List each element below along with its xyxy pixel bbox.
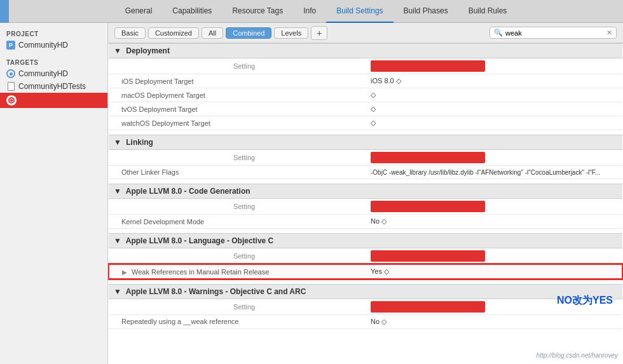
- tab-general[interactable]: General: [115, 0, 163, 23]
- tab-info[interactable]: Info: [293, 0, 326, 23]
- lang-red-bar: [371, 250, 485, 262]
- section-llvm-warnings-label: ▼ Apple LLVM 8.0 - Warnings - Objective …: [109, 284, 622, 299]
- ios-deployment-target-name: iOS Deployment Target: [109, 74, 366, 88]
- window-icon: [0, 0, 9, 23]
- weak-reference-warning-name: Repeatedly using a __weak reference: [109, 314, 366, 328]
- lang-setting-value: [366, 248, 622, 265]
- kernel-dev-mode-name: Kernel Development Mode: [109, 215, 366, 229]
- tvos-deployment-target-row[interactable]: tvOS Deployment Target ◇: [109, 102, 622, 116]
- llvm-warnings-triangle-icon: ▼: [114, 287, 121, 296]
- sidebar-item-communityhdtests[interactable]: CommunityHDTests: [0, 80, 107, 93]
- kernel-dev-mode-row[interactable]: Kernel Development Mode No ◇: [109, 215, 622, 229]
- project-section-label: PROJECT: [0, 28, 107, 39]
- project-icon: P: [6, 41, 15, 50]
- search-input[interactable]: [505, 29, 606, 37]
- tab-build-phases[interactable]: Build Phases: [394, 0, 458, 23]
- levels-button[interactable]: Levels: [274, 27, 308, 39]
- selected-item-dot: [10, 99, 13, 102]
- llvm-lang-triangle-icon: ▼: [114, 236, 121, 245]
- search-clear-button[interactable]: ✕: [606, 29, 612, 37]
- other-linker-flags-name: Other Linker Flags: [109, 166, 366, 179]
- linking-triangle-icon: ▼: [114, 138, 121, 147]
- deployment-setting-row: Setting: [109, 58, 622, 74]
- lang-setting-name: Setting: [109, 248, 366, 265]
- file-icon-shape: [8, 82, 15, 91]
- target-inner-circle: [10, 72, 13, 76]
- deployment-triangle-icon: ▼: [114, 46, 121, 55]
- search-box: 🔍 ✕: [489, 27, 617, 39]
- annotation-text: NO改为YES: [557, 294, 613, 307]
- top-nav: General Capabilities Resource Tags Info …: [0, 0, 623, 23]
- selected-item-inner-circle: [8, 97, 15, 104]
- deployment-red-bar: [371, 60, 485, 72]
- project-item-label: CommunityHD: [18, 41, 68, 50]
- app-container: General Capabilities Resource Tags Info …: [0, 0, 623, 364]
- weak-refs-expand-icon: ▶: [122, 269, 127, 276]
- linking-red-bar: [371, 152, 485, 163]
- selected-item-icon: [6, 95, 17, 105]
- deployment-setting-name: Setting: [109, 58, 366, 74]
- add-setting-button[interactable]: +: [311, 26, 327, 40]
- watermark-text: http://blog.csdn.net/hanrovey: [537, 352, 618, 359]
- weak-refs-value: Yes ◇: [366, 264, 622, 279]
- other-linker-flags-value: -ObjC -weak_library /usr/lib/libz.dylib …: [366, 166, 622, 179]
- settings-table: ▼ Deployment Setting: [108, 43, 623, 329]
- weak-refs-name: ▶ Weak References in Manual Retain Relea…: [109, 264, 366, 279]
- weak-reference-warning-value: No ◇: [366, 314, 622, 328]
- spacer-3: [109, 229, 622, 234]
- codegen-setting-value: [366, 199, 622, 215]
- section-deployment-label: ▼ Deployment: [109, 44, 622, 58]
- sidebar: PROJECT P CommunityHD TARGETS CommunityH…: [0, 23, 108, 364]
- linking-setting-value: [366, 150, 622, 166]
- macos-deployment-target-row[interactable]: macOS Deployment Target ◇: [109, 88, 622, 102]
- content-area: Basic Customized All Combined Levels + 🔍…: [108, 23, 623, 364]
- section-linking-label: ▼ Linking: [109, 135, 622, 150]
- main-area: PROJECT P CommunityHD TARGETS CommunityH…: [0, 23, 623, 364]
- search-icon: 🔍: [494, 29, 503, 37]
- section-deployment-header: ▼ Deployment: [109, 44, 622, 58]
- section-llvm-codegen-header: ▼ Apple LLVM 8.0 - Code Generation: [109, 184, 622, 199]
- tab-build-settings[interactable]: Build Settings: [326, 0, 393, 23]
- linking-setting-name: Setting: [109, 150, 366, 166]
- kernel-dev-mode-value: No ◇: [366, 215, 622, 229]
- llvm-codegen-triangle-icon: ▼: [114, 187, 121, 196]
- sidebar-item-selected-red[interactable]: [0, 93, 107, 108]
- combined-button[interactable]: Combined: [226, 27, 271, 39]
- basic-button[interactable]: Basic: [114, 27, 146, 39]
- watchos-deployment-target-row[interactable]: watchOS Deployment Target ◇: [109, 116, 622, 130]
- weak-reference-warning-row[interactable]: Repeatedly using a __weak reference No ◇: [109, 314, 622, 328]
- customized-button[interactable]: Customized: [148, 27, 199, 39]
- tab-resource-tags[interactable]: Resource Tags: [222, 0, 293, 23]
- target-circle-icon: [6, 69, 15, 78]
- tab-capabilities[interactable]: Capabilities: [162, 0, 222, 23]
- codegen-setting-row: Setting: [109, 199, 622, 215]
- ios-deployment-target-row[interactable]: iOS Deployment Target iOS 8.0 ◇: [109, 74, 622, 88]
- tvos-deployment-target-name: tvOS Deployment Target: [109, 102, 366, 116]
- section-linking-header: ▼ Linking: [109, 135, 622, 150]
- section-llvm-codegen-label: ▼ Apple LLVM 8.0 - Code Generation: [109, 184, 622, 199]
- macos-deployment-target-value: ◇: [366, 88, 622, 102]
- sub-toolbar: Basic Customized All Combined Levels + 🔍…: [108, 23, 623, 43]
- watchos-deployment-target-value: ◇: [366, 116, 622, 130]
- ios-deployment-target-value: iOS 8.0 ◇: [366, 74, 622, 88]
- tab-build-rules[interactable]: Build Rules: [458, 0, 517, 23]
- spacer-4: [109, 279, 622, 284]
- tvos-deployment-target-value: ◇: [366, 102, 622, 116]
- codegen-setting-name: Setting: [109, 199, 366, 215]
- targets-section-label: TARGETS: [0, 57, 107, 67]
- project-icon-box: P: [6, 41, 15, 50]
- sidebar-item-project[interactable]: P CommunityHD: [0, 39, 107, 51]
- all-button[interactable]: All: [202, 27, 223, 39]
- spacer-2: [109, 179, 622, 184]
- weak-refs-row[interactable]: ▶ Weak References in Manual Retain Relea…: [109, 264, 622, 279]
- file-icon: [6, 82, 15, 91]
- warnings-red-bar: [371, 301, 485, 313]
- target-communityhd-label: CommunityHD: [18, 69, 68, 78]
- section-llvm-lang-label: ▼ Apple LLVM 8.0 - Language - Objective …: [109, 234, 622, 248]
- deployment-setting-value: [366, 58, 622, 74]
- macos-deployment-target-name: macOS Deployment Target: [109, 88, 366, 102]
- sidebar-item-communityhd[interactable]: CommunityHD: [0, 67, 107, 80]
- other-linker-flags-row[interactable]: Other Linker Flags -ObjC -weak_library /…: [109, 166, 622, 179]
- target-icon: [6, 69, 15, 78]
- watchos-deployment-target-name: watchOS Deployment Target: [109, 116, 366, 130]
